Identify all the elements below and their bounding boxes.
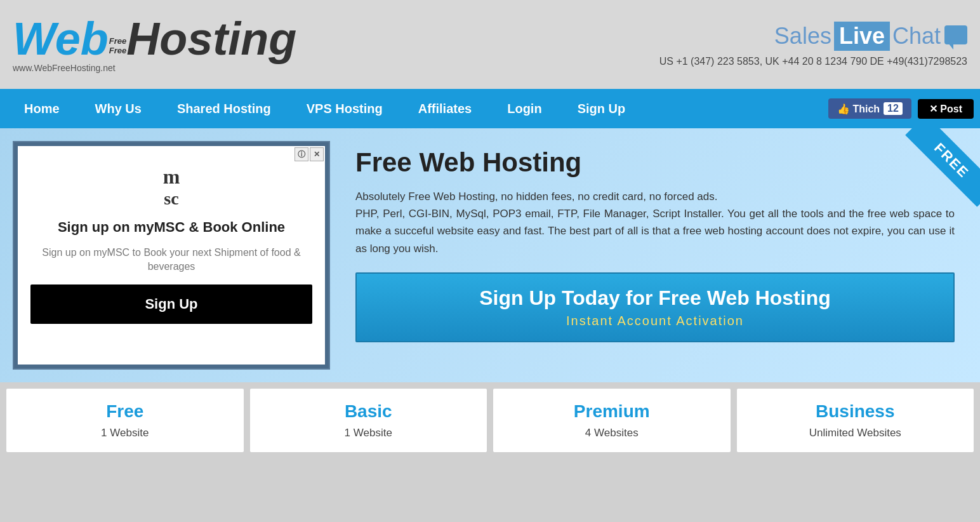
ad-logo-m: m <box>163 165 180 189</box>
chat-bubble-icon <box>944 25 967 47</box>
logo-text: Web Free Free Hosting <box>13 16 296 62</box>
ad-subtitle: Sign up on myMSC to Book your next Shipm… <box>30 246 312 274</box>
like-button[interactable]: 👍 Thich 12 <box>828 98 911 119</box>
free-ribbon-text: FREE <box>905 128 980 207</box>
ad-inner: m sc Sign up on myMSC & Book Online Sign… <box>18 146 325 365</box>
plan-websites-premium: 4 Websites <box>506 427 718 439</box>
logo-hosting: Hosting <box>126 16 296 62</box>
logo-free-top: Free <box>109 37 126 46</box>
contact-info: US +1 (347) 223 5853, UK +44 20 8 1234 7… <box>659 56 967 67</box>
logo-url: www.WebFreeHosting.net <box>13 63 296 73</box>
nav-links: Home Why Us Shared Hosting VPS Hosting A… <box>6 89 828 128</box>
plan-websites-business: Unlimited Websites <box>750 427 962 439</box>
nav-item-vps-hosting[interactable]: VPS Hosting <box>289 89 401 128</box>
sales-live-chat[interactable]: Sales Live Chat <box>774 22 967 51</box>
like-count: 12 <box>884 102 903 115</box>
plan-name-premium: Premium <box>506 401 718 422</box>
hero-desc-1-text: Absolutely Free Web Hosting, no hidden f… <box>355 191 717 203</box>
nav-item-shared-hosting[interactable]: Shared Hosting <box>159 89 289 128</box>
signup-banner-sub: Instant Account Activation <box>369 314 941 328</box>
plan-name-basic: Basic <box>263 401 475 422</box>
sales-text: Sales <box>774 23 831 50</box>
signup-banner[interactable]: Sign Up Today for Free Web Hosting Insta… <box>355 272 955 342</box>
hero-content: Free Web Hosting Absolutely Free Web Hos… <box>343 141 967 370</box>
hero-desc-2-text: PHP, Perl, CGI-BIN, MySql, POP3 email, F… <box>355 208 955 254</box>
nav-social: 👍 Thich 12 ✕ Post <box>828 98 974 119</box>
logo-area: Web Free Free Hosting www.WebFreeHosting… <box>13 16 296 73</box>
nav-item-login[interactable]: Login <box>489 89 559 128</box>
ad-close-button[interactable]: ✕ <box>310 147 324 161</box>
free-ribbon: FREE <box>878 128 980 230</box>
plans-section: Free 1 Website Basic 1 Website Premium 4… <box>0 382 980 458</box>
signup-banner-title: Sign Up Today for Free Web Hosting <box>369 286 941 310</box>
plan-websites-free: 1 Website <box>19 427 231 439</box>
plan-card-premium: Premium 4 Websites <box>493 389 731 452</box>
site-header: Web Free Free Hosting www.WebFreeHosting… <box>0 0 980 89</box>
logo-free-stack: Free Free <box>109 37 126 55</box>
nav-item-why-us[interactable]: Why Us <box>77 89 159 128</box>
plan-card-business: Business Unlimited Websites <box>737 389 974 452</box>
ad-logo-sc: sc <box>163 189 180 209</box>
plan-card-free: Free 1 Website <box>6 389 244 452</box>
hero-title: Free Web Hosting <box>355 147 955 178</box>
plan-websites-basic: 1 Website <box>263 427 475 439</box>
chat-text: Chat <box>892 23 941 50</box>
ad-logo: m sc <box>163 165 180 209</box>
ad-signup-button[interactable]: Sign Up <box>30 284 312 324</box>
ad-info-button[interactable]: ⓘ <box>295 147 308 161</box>
logo-web: Web <box>13 16 109 62</box>
like-label: 👍 Thich <box>837 103 880 115</box>
ad-controls: ⓘ ✕ <box>295 147 324 161</box>
nav-item-affiliates[interactable]: Affiliates <box>401 89 489 128</box>
main-nav: Home Why Us Shared Hosting VPS Hosting A… <box>0 89 980 128</box>
hero-desc-1: Absolutely Free Web Hosting, no hidden f… <box>355 188 955 257</box>
ad-title: Sign up on myMSC & Book Online <box>58 219 285 236</box>
x-post-button[interactable]: ✕ Post <box>918 99 974 119</box>
hero-section: FREE ⓘ ✕ m sc Sign up on myMSC & Book On… <box>0 128 980 382</box>
nav-item-signup[interactable]: Sign Up <box>560 89 644 128</box>
x-post-label: ✕ Post <box>929 103 962 115</box>
logo-free-bottom: Free <box>109 46 126 55</box>
plan-name-free: Free <box>19 401 231 422</box>
ad-box: ⓘ ✕ m sc Sign up on myMSC & Book Online … <box>13 141 330 370</box>
plan-name-business: Business <box>750 401 962 422</box>
live-badge: Live <box>834 22 890 51</box>
header-right: Sales Live Chat US +1 (347) 223 5853, UK… <box>659 22 967 67</box>
plan-card-basic: Basic 1 Website <box>250 389 487 452</box>
nav-item-home[interactable]: Home <box>6 89 77 128</box>
